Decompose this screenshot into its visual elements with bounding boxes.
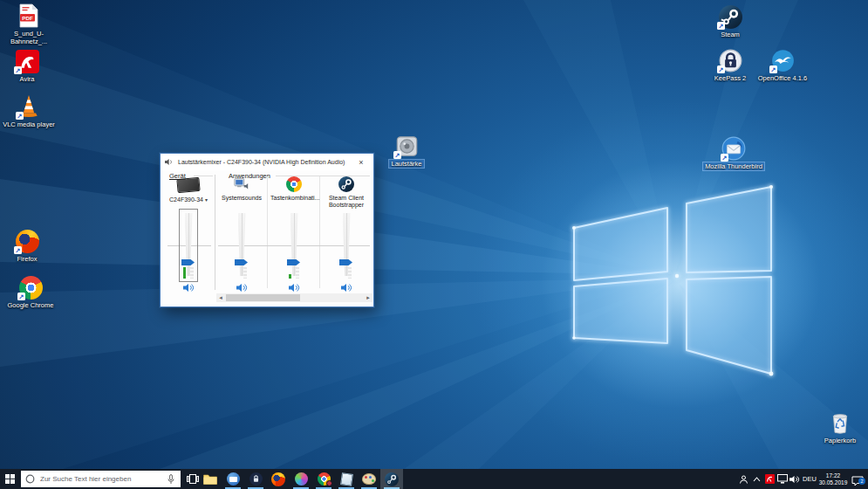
taskbar-notes-app[interactable] [335,469,358,489]
taskbar: DEU 17:22 30.05.2019 2 [0,469,868,489]
mixer-titlebar[interactable]: Lautstärkemixer - C24F390-34 (NVIDIA Hig… [161,154,373,170]
pink-app-icon [295,472,308,486]
notes-app-icon [340,472,353,486]
chevron-down-icon: ▾ [205,197,208,203]
app-slider-handle[interactable] [339,259,352,265]
network-tray-button[interactable] [776,469,789,489]
app-name: Tastenkombinati... [270,195,318,202]
device-mute-button[interactable] [182,282,195,293]
steam-icon [338,176,354,192]
app-name: Systemsounds [218,195,265,202]
meter-scale [296,267,299,279]
taskbar-steam-active[interactable] [380,469,403,489]
taskbar-firefox[interactable] [267,469,290,489]
desktop-icon-firefox[interactable]: ↗ Firefox [0,229,54,263]
app-mute-button[interactable] [236,282,248,293]
device-peak-meter [183,267,186,279]
avira-tray-button[interactable] [763,469,776,489]
scrollbar-thumb[interactable] [226,294,300,301]
desktop-icon-pdf[interactable]: PDF S_und_U-Bahnnetz_... [0,3,58,45]
speaker-title-icon [165,158,174,166]
scroll-right-icon[interactable]: ▸ [364,293,372,302]
taskbar-thunderbird[interactable] [222,469,244,489]
app-mute-button[interactable] [288,282,300,293]
meter-scale [190,267,194,279]
shortcut-arrow-icon: ↗ [14,66,22,74]
chrome-badge-icon [326,480,332,486]
horizontal-scrollbar[interactable]: ◂ ▸ [216,293,372,302]
task-view-icon [187,474,199,484]
close-icon[interactable]: × [349,154,373,170]
speaker-icon [341,283,352,293]
volume-tray-button[interactable] [789,469,801,489]
chrome-icon [286,176,302,192]
volume-mixer-window: Lautstärkemixer - C24F390-34 (NVIDIA Hig… [160,153,374,307]
shortcut-arrow-icon: ↗ [717,22,725,30]
start-button[interactable] [0,469,20,489]
steam-icon: ↗ [718,4,742,29]
shortcut-arrow-icon: ↗ [16,112,24,120]
network-display-icon [777,474,788,484]
avira-icon: ↗ [15,49,39,73]
firefox-icon [271,472,285,486]
desktop-icon-avira[interactable]: ↗ Avira [0,49,54,83]
windows-logo-icon [5,474,15,484]
wallpaper-glow [475,100,868,467]
desktop-icon-label: Google Chrome [6,301,56,309]
desktop-icon-label: OpenOffice 4.1.6 [756,74,810,82]
speaker-icon [236,283,248,293]
taskbar-chrome[interactable] [312,469,335,489]
app-slider-handle[interactable] [287,259,300,265]
search-input[interactable] [38,474,161,484]
desktop-icon-label: VLC media player [1,121,57,128]
desktop-icon-openoffice[interactable]: ↗ OpenOffice 4.1.6 [755,48,810,82]
app-mute-button[interactable] [340,282,352,293]
chrome-icon: ↗ [18,275,43,300]
scroll-left-icon[interactable]: ◂ [216,293,225,302]
steam-icon [385,472,399,486]
taskbar-keepass[interactable] [244,469,267,489]
desktop-icon-thunderbird[interactable]: ↗ Mozilla Thunderbird [703,136,764,170]
app-column-steam: Steam Client Bootstrapper [321,170,372,303]
taskbar-paint-app[interactable] [358,469,380,489]
desktop-icon-lautstaerke[interactable]: ↗ Lautstärke [379,134,434,168]
recycle-bin-icon [828,410,852,435]
people-icon [739,475,748,484]
clock[interactable]: 17:22 30.05.2019 [818,469,848,489]
section-separator [215,175,215,290]
shortcut-arrow-icon: ↗ [721,154,728,162]
device-name: C24F390-34 [169,196,203,203]
device-dropdown[interactable]: C24F390-34 ▾ [162,196,215,203]
column-separator [319,176,320,288]
desktop-icon-vlc[interactable]: ↗ VLC media player [0,94,58,128]
taskbar-search-box[interactable] [21,471,181,487]
desktop: PDF S_und_U-Bahnnetz_... ↗ Avira [0,0,868,489]
pdf-file-icon: PDF [17,3,41,28]
device-column: C24F390-34 ▾ [162,170,215,303]
microphone-icon[interactable] [167,474,174,485]
app-name: Steam Client Bootstrapper [323,195,370,209]
app-slider-handle[interactable] [235,259,248,265]
desktop-icon-label: Papierkorb [823,437,858,444]
desktop-icon-label: Mozilla Thunderbird [703,162,764,170]
taskbar-pink-app[interactable] [290,469,312,489]
people-button[interactable] [737,469,750,489]
desktop-icon-label: Lautstärke [389,160,423,168]
desktop-icon-label: S_und_U-Bahnnetz_... [0,30,58,45]
notification-badge: 2 [858,478,865,485]
desktop-icon-keepass[interactable]: ↗ KeePass 2 [703,48,757,82]
mixer-title: Lautstärkemixer - C24F390-34 (NVIDIA Hig… [178,159,345,165]
desktop-icon-chrome[interactable]: ↗ Google Chrome [0,275,61,309]
taskbar-file-explorer[interactable] [199,469,222,489]
thunderbird-icon [229,477,237,482]
shortcut-arrow-icon: ↗ [14,246,22,254]
shortcut-arrow-icon: ↗ [769,65,777,73]
action-center-button[interactable]: 2 [848,469,867,489]
keepass-lock-icon: ↗ [718,48,742,72]
svg-text:PDF: PDF [22,15,33,21]
show-hidden-icons-button[interactable] [751,469,762,489]
desktop-icon-papierkorb[interactable]: Papierkorb [813,410,867,444]
tray-date: 30.05.2019 [819,479,848,486]
language-indicator[interactable]: DEU [801,469,818,489]
desktop-icon-steam[interactable]: ↗ Steam [703,4,757,38]
